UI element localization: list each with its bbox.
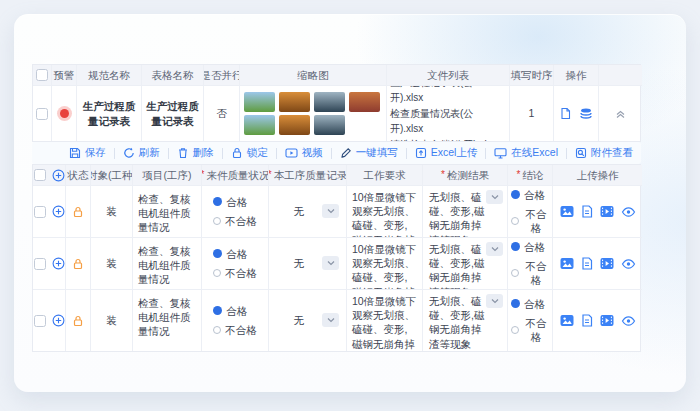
file-icon[interactable] [559, 107, 572, 120]
radio-unselected-icon [511, 269, 519, 277]
refresh-button[interactable]: 刷新 [115, 146, 168, 160]
upload-video-icon[interactable] [600, 314, 614, 327]
header-object: 对象(工种) [91, 165, 133, 185]
upload-document-icon[interactable] [581, 257, 593, 270]
incoming-cell: 合格 不合格 [202, 237, 269, 289]
thumbnail-landscape[interactable] [244, 115, 275, 135]
radio-pass[interactable]: 合格 [511, 188, 545, 202]
detail-header-row: 状态 对象(工种) 项目(工序) *来件质量状况 *本工序质量记录 工作要求 *… [33, 165, 640, 185]
object-cell: 装 [91, 289, 133, 351]
preview-eye-icon[interactable] [621, 258, 636, 270]
header-upload: 上传操作 [553, 165, 642, 185]
radio-selected-icon [511, 190, 520, 199]
upload-actions-cell [553, 185, 642, 237]
row-checkbox[interactable] [34, 258, 46, 270]
radio-fail[interactable]: 不合格 [511, 259, 549, 287]
upload-image-icon[interactable] [560, 257, 574, 270]
object-cell: 装 [91, 185, 133, 237]
radio-unselected-icon [511, 217, 519, 225]
upload-video-icon[interactable] [600, 257, 614, 270]
radio-fail[interactable]: 不合格 [511, 207, 549, 235]
file-name: 生产过程记录表(公开).xlsx [390, 85, 506, 106]
save-button[interactable]: 保存 [61, 146, 114, 160]
record-select[interactable]: 无 [272, 256, 343, 270]
result-select[interactable]: 无划痕、磕碰、变形,磁钢无崩角掉渣等现象 [423, 290, 507, 351]
save-icon [69, 147, 81, 159]
result-select[interactable]: 无划痕、磕碰、变形,磁钢无崩角掉渣等现象 [423, 186, 507, 237]
record-cell: 无 [269, 289, 347, 351]
header-requirement: 工作要求 [347, 165, 423, 185]
radio-pass[interactable]: 合格 [213, 247, 247, 261]
radio-pass[interactable]: 合格 [511, 297, 545, 311]
locked-status-icon [72, 258, 84, 270]
pencil-icon [340, 147, 352, 159]
layers-icon[interactable] [579, 107, 593, 120]
radio-fail[interactable]: 不合格 [511, 316, 549, 344]
add-row-icon[interactable] [52, 314, 65, 327]
upload-image-icon[interactable] [560, 205, 574, 218]
fill-order-cell: 1 [510, 85, 554, 141]
radio-pass[interactable]: 合格 [511, 240, 545, 254]
collapse-icon[interactable] [615, 108, 626, 119]
online-excel-button[interactable]: 在线Excel [486, 146, 566, 160]
row-select-cell [33, 85, 52, 141]
radio-fail[interactable]: 不合格 [213, 266, 257, 280]
header-file-list: 文件列表 [387, 65, 510, 85]
thumbnail-autumn[interactable] [279, 115, 310, 135]
radio-selected-icon [511, 299, 520, 308]
thumbnail-palace[interactable] [349, 92, 380, 112]
upload-image-icon[interactable] [560, 314, 574, 327]
excel-upload-button[interactable]: Excel上传 [407, 146, 486, 160]
detail-select-all-checkbox[interactable] [34, 169, 46, 181]
delete-button[interactable]: 删除 [169, 146, 222, 160]
conclusion-cell: 合格 不合格 [508, 289, 553, 351]
add-row-icon[interactable] [52, 205, 65, 218]
file-list-cell: 生产过程记录表(公开).xlsx检查质量情况表(公开).xlsx清洗检查文档(公… [387, 85, 510, 141]
incoming-cell: 合格 不合格 [202, 289, 269, 351]
upload-video-icon[interactable] [600, 205, 614, 218]
radio-fail[interactable]: 不合格 [213, 323, 257, 337]
thumbnail-autumn[interactable] [279, 92, 310, 112]
radio-unselected-icon [213, 326, 221, 334]
upload-document-icon[interactable] [581, 314, 593, 327]
preview-eye-icon[interactable] [621, 315, 636, 327]
thumbnail-landscape[interactable] [244, 92, 275, 112]
project-cell: 检查、复核电机组件质量情况 [133, 237, 202, 289]
warning-indicator-icon [60, 109, 69, 118]
thumbnail-mountain[interactable] [314, 92, 345, 112]
header-operation: 操作 [554, 65, 599, 85]
one-key-fill-button[interactable]: 一键填写 [332, 146, 406, 160]
preview-eye-icon[interactable] [621, 206, 636, 218]
result-select[interactable]: 无划痕、磕碰、变形,磁钢无崩角掉渣等现象 [423, 238, 507, 289]
radio-unselected-icon [213, 217, 221, 225]
header-spec-name: 规范名称 [77, 65, 142, 85]
row-checkbox[interactable] [36, 108, 48, 120]
upload-document-icon[interactable] [581, 205, 593, 218]
row-checkbox[interactable] [34, 206, 46, 218]
select-all-checkbox[interactable] [36, 69, 48, 81]
attachment-view-button[interactable]: 附件查看 [567, 146, 641, 160]
radio-pass[interactable]: 合格 [213, 304, 247, 318]
upload-actions-cell [553, 237, 642, 289]
radio-pass[interactable]: 合格 [213, 195, 247, 209]
video-button[interactable]: 视频 [277, 146, 331, 160]
row-select-cell [33, 185, 66, 237]
radio-fail[interactable]: 不合格 [213, 214, 257, 228]
record-select[interactable]: 无 [272, 204, 343, 218]
chevron-down-icon [322, 204, 339, 218]
file-name: 清洗检查文档(公开).xlsx [390, 137, 506, 141]
header-project: 项目(工序) [133, 165, 202, 185]
status-cell [66, 237, 91, 289]
add-row-icon[interactable] [52, 169, 65, 182]
record-select[interactable]: 无 [272, 313, 343, 327]
video-icon [285, 147, 298, 159]
operation-cell [554, 85, 599, 141]
lock-button[interactable]: 锁定 [223, 146, 276, 160]
file-list: 生产过程记录表(公开).xlsx检查质量情况表(公开).xlsx清洗检查文档(公… [390, 85, 506, 141]
thumbnail-mountain[interactable] [314, 115, 345, 135]
add-row-icon[interactable] [52, 257, 65, 270]
header-thumbnail: 缩略图 [240, 65, 387, 85]
file-name: 检查质量情况表(公开).xlsx [390, 106, 506, 137]
row-checkbox[interactable] [34, 315, 46, 327]
radio-unselected-icon [511, 326, 519, 334]
